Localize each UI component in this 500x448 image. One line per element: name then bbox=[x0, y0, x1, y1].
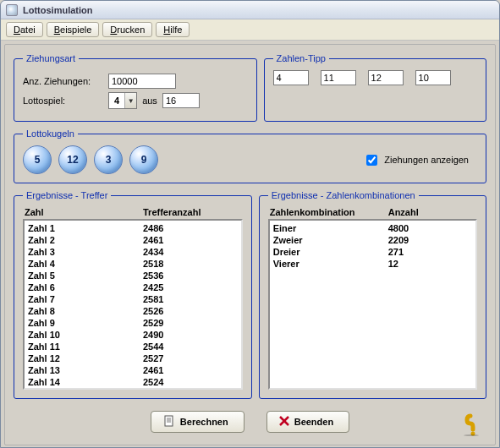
table-row[interactable]: Zahl 32434 bbox=[28, 246, 238, 258]
table-row[interactable]: Zahl 142524 bbox=[28, 376, 238, 388]
kombi-listbox[interactable]: Einer4800Zweier2209Dreier271Vierer12 bbox=[268, 219, 477, 390]
input-anz-ziehungen[interactable] bbox=[108, 74, 176, 89]
label-aus: aus bbox=[142, 96, 157, 106]
table-row[interactable]: Zahl 102490 bbox=[28, 329, 238, 341]
group-zahlen-tipp: Zahlen-Tipp bbox=[264, 53, 486, 122]
group-ziehungsart: Ziehungsart Anz. Ziehungen: Lottospiel: … bbox=[14, 53, 257, 122]
legend-ziehungsart: Ziehungsart bbox=[23, 53, 79, 63]
table-row[interactable]: Zahl 132461 bbox=[28, 364, 238, 376]
tipp-input-2[interactable] bbox=[321, 70, 356, 85]
close-icon bbox=[279, 416, 289, 428]
treffer-col-anzahl: Trefferanzahl bbox=[143, 207, 241, 217]
menu-beispiele[interactable]: BeispieleBeispiele bbox=[47, 22, 100, 37]
table-row[interactable]: Einer4800 bbox=[273, 222, 472, 234]
berechnen-button[interactable]: Berechnen bbox=[151, 411, 245, 433]
input-aus[interactable] bbox=[162, 93, 200, 108]
menu-datei[interactable]: DDateiatei bbox=[6, 22, 43, 37]
window-title: Lottosimulation bbox=[23, 5, 93, 15]
treffer-listbox[interactable]: Zahl 12486Zahl 22461Zahl 32434Zahl 42518… bbox=[23, 219, 243, 390]
checkbox-ziehungen-anzeigen-label: Ziehungen anzeigen bbox=[384, 155, 469, 165]
spinner-pick[interactable]: 4 ▼ bbox=[108, 92, 137, 109]
beenden-button[interactable]: Beenden bbox=[266, 411, 349, 433]
menu-drucken[interactable]: DruckenDrucken bbox=[102, 22, 152, 37]
table-row[interactable]: Zahl 42518 bbox=[28, 258, 238, 270]
treffer-header: Zahl Trefferanzahl bbox=[23, 207, 243, 217]
chevron-down-icon[interactable]: ▼ bbox=[124, 93, 136, 108]
app-icon bbox=[6, 4, 18, 16]
legend-zahlen-tipp: Zahlen-Tipp bbox=[273, 53, 329, 63]
table-row[interactable]: Vierer12 bbox=[273, 258, 472, 270]
ball-1: 5 bbox=[23, 145, 52, 174]
kombi-header: Zahlenkombination Anzahl bbox=[268, 207, 477, 217]
table-row[interactable]: Zahl 72581 bbox=[28, 293, 238, 305]
document-icon bbox=[163, 415, 175, 429]
menubar: DDateiatei BeispieleBeispiele DruckenDru… bbox=[1, 19, 499, 41]
titlebar: Lottosimulation bbox=[1, 1, 499, 19]
content-area: Ziehungsart Anz. Ziehungen: Lottospiel: … bbox=[4, 44, 496, 445]
group-ergebnisse-treffer: Ergebnisse - Treffer Zahl Trefferanzahl … bbox=[14, 190, 252, 399]
svg-rect-0 bbox=[165, 416, 173, 426]
label-lottospiel: Lottospiel: bbox=[23, 96, 103, 106]
legend-lottokugeln: Lottokugeln bbox=[23, 128, 78, 139]
legend-ergebnisse-kombi: Ergebnisse - Zahlenkombinationen bbox=[268, 190, 419, 200]
kombi-col-name: Zahlenkombination bbox=[270, 207, 388, 217]
group-lottokugeln: Lottokugeln 5 12 3 9 Ziehungen anzeigen bbox=[14, 128, 486, 183]
table-row[interactable]: Zweier2209 bbox=[273, 234, 472, 246]
button-bar: Berechnen Beenden bbox=[14, 402, 486, 438]
kombi-col-anzahl: Anzahl bbox=[388, 207, 475, 217]
ball-3: 3 bbox=[94, 145, 123, 174]
help-icon[interactable] bbox=[459, 412, 481, 436]
berechnen-label: Berechnen bbox=[180, 417, 228, 427]
menu-hilfe[interactable]: HilfeHilfe bbox=[156, 22, 190, 37]
beenden-label: Beenden bbox=[294, 417, 333, 427]
table-row[interactable]: Zahl 122527 bbox=[28, 352, 238, 364]
table-row[interactable]: Zahl 92529 bbox=[28, 317, 238, 329]
tipp-input-1[interactable] bbox=[273, 70, 309, 85]
table-row[interactable]: Zahl 62425 bbox=[28, 281, 238, 293]
table-row[interactable]: Zahl 52536 bbox=[28, 270, 238, 281]
ball-4: 9 bbox=[129, 145, 158, 174]
label-anz-ziehungen: Anz. Ziehungen: bbox=[23, 76, 103, 86]
ball-2: 12 bbox=[58, 145, 87, 174]
table-row[interactable]: Zahl 12486 bbox=[28, 222, 238, 234]
treffer-col-zahl: Zahl bbox=[25, 207, 143, 217]
legend-ergebnisse-treffer: Ergebnisse - Treffer bbox=[23, 190, 111, 200]
svg-point-7 bbox=[464, 434, 479, 436]
tipp-input-3[interactable] bbox=[368, 70, 404, 85]
table-row[interactable]: Zahl 22461 bbox=[28, 234, 238, 246]
checkbox-ziehungen-anzeigen[interactable]: Ziehungen anzeigen bbox=[363, 152, 469, 168]
tipp-input-4[interactable] bbox=[415, 70, 451, 85]
balls-container: 5 12 3 9 bbox=[23, 145, 158, 174]
table-row[interactable]: Zahl 82526 bbox=[28, 305, 238, 317]
table-row[interactable]: Zahl 112544 bbox=[28, 341, 238, 352]
checkbox-ziehungen-anzeigen-input[interactable] bbox=[366, 155, 377, 166]
group-ergebnisse-kombi: Ergebnisse - Zahlenkombinationen Zahlenk… bbox=[259, 190, 486, 399]
table-row[interactable]: Dreier271 bbox=[273, 246, 472, 258]
spinner-pick-value: 4 bbox=[109, 96, 124, 106]
